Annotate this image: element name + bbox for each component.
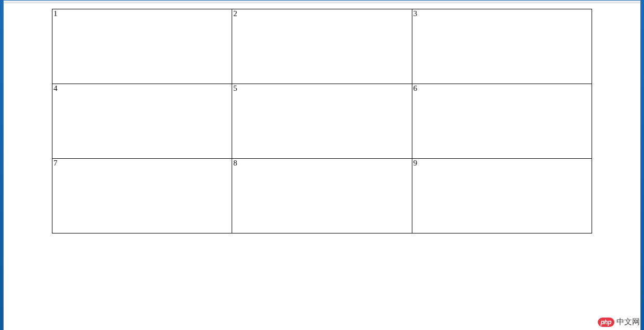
table-row: 4 5 6 (52, 84, 592, 159)
grid-cell: 9 (412, 159, 592, 233)
table-row: 1 2 3 (52, 9, 592, 84)
grid-cell: 7 (52, 159, 232, 233)
numbered-grid: 1 2 3 4 5 6 7 8 9 (52, 9, 592, 233)
content-viewport[interactable]: 1 2 3 4 5 6 7 8 9 (4, 3, 640, 330)
grid-cell: 4 (52, 84, 232, 159)
grid-cell: 5 (232, 84, 412, 159)
grid-cell: 1 (52, 9, 232, 84)
grid-cell: 6 (412, 84, 592, 159)
watermark-text: 中文网 (616, 317, 640, 327)
watermark-badge: php (598, 318, 615, 327)
table-row: 7 8 9 (52, 159, 592, 233)
grid-cell: 2 (232, 9, 412, 84)
grid-cell: 3 (412, 9, 592, 84)
desktop: 1 2 3 4 5 6 7 8 9 (0, 0, 644, 330)
page-body: 1 2 3 4 5 6 7 8 9 (4, 9, 640, 330)
watermark: php 中文网 (598, 317, 640, 327)
browser-window: 1 2 3 4 5 6 7 8 9 (3, 1, 641, 330)
grid-cell: 8 (232, 159, 412, 233)
